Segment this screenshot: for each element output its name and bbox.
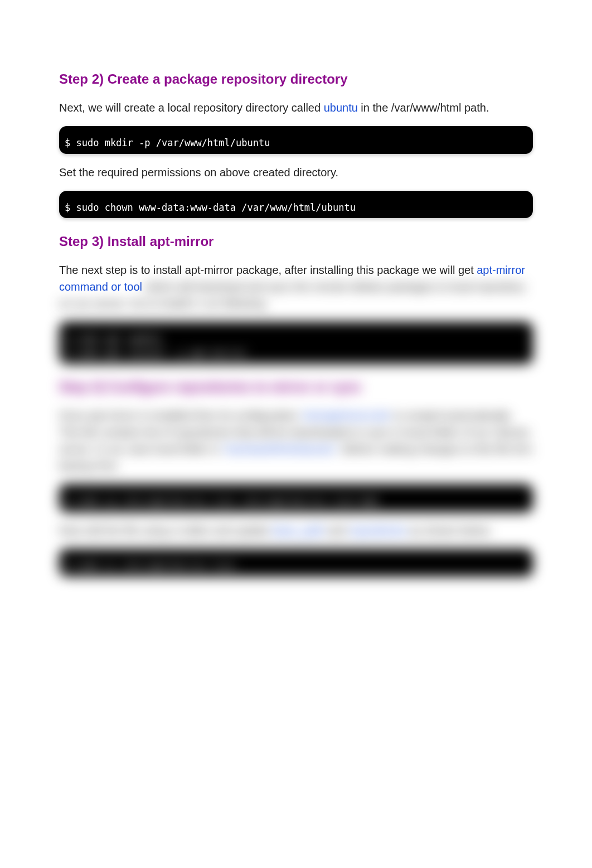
step2-code-2: $ sudo chown www-data:www-data /var/www/… xyxy=(59,191,533,219)
step2-paragraph-2: Set the required permissions on above cr… xyxy=(59,164,533,181)
highlight-local-folder: '/var/www/html/ubuntu/' xyxy=(222,443,337,455)
step4-code-2: $ sudo vi /etc/apt/mirror.list xyxy=(59,549,533,577)
text: Now edit the file using vi editor and up… xyxy=(59,524,272,537)
text: Once apt-mirror is installed then its co… xyxy=(59,409,302,422)
step4-code-1: $ sudo cp /etc/apt/mirror.list /etc/apt/… xyxy=(59,484,533,512)
step3-paragraph-1: The next step is to install apt-mirror p… xyxy=(59,262,533,312)
step2-heading: Step 2) Create a package repository dire… xyxy=(59,69,533,89)
step3-code-1: $ sudo apt update $ sudo apt install -y … xyxy=(59,322,533,364)
step4-heading: Step 4) Configure repositories to mirror… xyxy=(59,377,533,397)
highlight-mirror-list: '/etc/apt/mirror.list' xyxy=(302,409,391,422)
step2-code-1: $ sudo mkdir -p /var/www/html/ubuntu xyxy=(59,126,533,154)
step2-paragraph-1: Next, we will create a local repository … xyxy=(59,99,533,116)
step3-heading: Step 3) Install apt-mirror xyxy=(59,232,533,252)
text: The next step is to install apt-mirror p… xyxy=(59,264,477,276)
text: in the /var/www/html path. xyxy=(358,102,489,114)
text: Next, we will create a local repository … xyxy=(59,102,324,114)
step4-paragraph-1: Once apt-mirror is installed then its co… xyxy=(59,407,533,474)
highlight-repositories: repositories xyxy=(349,524,406,537)
highlight-base-path: base_path xyxy=(272,524,324,537)
text: as shown below. xyxy=(407,524,492,537)
highlight-ubuntu: ubuntu xyxy=(324,102,358,114)
step4-paragraph-2: Now edit the file using vi editor and up… xyxy=(59,522,533,539)
text: and xyxy=(324,524,349,537)
